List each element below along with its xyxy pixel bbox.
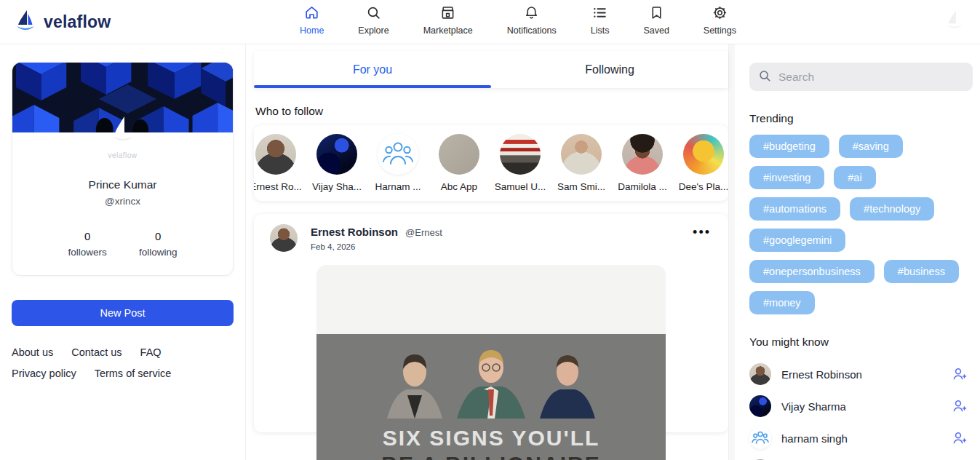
tag-googlegemini[interactable]: #googlegemini <box>749 229 845 252</box>
user-name: Harnam ... <box>375 181 421 192</box>
suggestion-row[interactable]: abc app <box>749 454 968 460</box>
tag-business[interactable]: #business <box>884 260 959 283</box>
nav-item-lists[interactable]: Lists <box>591 5 610 36</box>
nav-item-notifications[interactable]: Notifications <box>507 5 557 36</box>
suggestion-row[interactable]: Vijay Sharma <box>749 390 968 422</box>
user-name: Sam Smi... <box>557 181 605 192</box>
following-stat[interactable]: 0 following <box>139 230 178 258</box>
list-icon <box>592 5 607 23</box>
post-date: Feb 4, 2026 <box>311 242 442 251</box>
user-name: Ernest Robinson <box>781 368 862 381</box>
brand-logo[interactable]: velaflow <box>13 8 111 36</box>
user-name: Damilola ... <box>618 181 667 192</box>
profile-stats: 0 followers 0 following <box>12 230 233 258</box>
post-menu-ellipsis-icon[interactable]: ••• <box>691 224 712 240</box>
tab-following[interactable]: Following <box>491 51 728 88</box>
suggested-user[interactable]: Ernest Ro... <box>254 134 306 192</box>
you-might-know-title: You might know <box>749 336 973 349</box>
user-avatar <box>749 363 771 385</box>
user-name: Vijay Sha... <box>312 181 362 192</box>
profile-avatar[interactable] <box>103 111 143 151</box>
post-image[interactable]: SIX SIGNS YOU'LL BE A BILLIONAIRE <box>316 265 666 460</box>
nav-label: Notifications <box>507 25 557 36</box>
gear-icon <box>712 5 728 23</box>
storefront-icon <box>440 5 455 23</box>
left-sidebar: velaflow Prince Kumar @xrincx 0 follower… <box>0 44 246 460</box>
nav-item-home[interactable]: Home <box>300 5 324 36</box>
followers-stat[interactable]: 0 followers <box>68 230 107 258</box>
billionaires-illustration <box>371 344 611 419</box>
who-to-follow-title: Who to follow <box>255 105 728 118</box>
nav-item-saved[interactable]: Saved <box>643 5 669 36</box>
nav-item-settings[interactable]: Settings <box>704 5 736 36</box>
link-about-us[interactable]: About us <box>12 346 53 358</box>
feed-scrollbar[interactable] <box>728 44 735 460</box>
suggested-user[interactable]: Damilola ... <box>612 134 673 192</box>
user-avatar <box>749 395 771 417</box>
who-to-follow-carousel[interactable]: Ernest Ro... Vijay Sha... Har <box>254 125 728 201</box>
sailboat-logo-icon <box>13 8 38 36</box>
bookmark-icon <box>649 5 664 23</box>
user-name: Vijay Sharma <box>781 400 846 413</box>
add-person-icon[interactable] <box>952 367 968 381</box>
nav-item-marketplace[interactable]: Marketplace <box>423 5 473 36</box>
tag-ai[interactable]: #ai <box>834 166 875 189</box>
suggested-user[interactable]: Abc App <box>429 134 490 192</box>
meme-title-line2: BE A BILLIONAIRE <box>316 452 666 460</box>
group-people-icon <box>749 427 771 449</box>
nav-label: Marketplace <box>423 25 473 36</box>
profile-card[interactable]: velaflow Prince Kumar @xrincx 0 follower… <box>12 62 234 276</box>
post-image-blank-area <box>316 265 666 334</box>
tag-technology[interactable]: #technology <box>850 197 934 221</box>
home-icon <box>304 5 319 23</box>
search-box[interactable] <box>749 63 973 91</box>
post-image-meme: SIX SIGNS YOU'LL BE A BILLIONAIRE <box>316 334 666 460</box>
suggested-user[interactable]: Harnam ... <box>367 134 429 192</box>
post-author-avatar[interactable] <box>270 224 298 252</box>
user-name: Samuel U... <box>495 181 546 192</box>
link-terms-of-service[interactable]: Terms of service <box>95 368 172 379</box>
suggested-user[interactable]: Dee's Pla... <box>673 134 728 192</box>
suggested-user[interactable]: Samuel U... <box>490 134 551 192</box>
suggested-user[interactable]: Sam Smi... <box>551 134 612 192</box>
suggestion-row[interactable]: Ernest Robinson <box>749 358 968 390</box>
feed-tabs: For you Following <box>254 51 728 88</box>
tag-investing[interactable]: #investing <box>749 166 824 189</box>
post-author-handle: @Ernest <box>405 227 442 238</box>
main-nav: Home Explore Marketplace <box>300 5 736 36</box>
nav-label: Explore <box>358 25 389 36</box>
nav-label: Saved <box>643 25 669 36</box>
user-avatar <box>500 134 541 175</box>
nav-item-explore[interactable]: Explore <box>358 5 389 36</box>
group-people-icon <box>378 134 418 175</box>
user-name: Ernest Ro... <box>254 181 302 192</box>
add-person-icon[interactable] <box>952 399 968 413</box>
link-privacy-policy[interactable]: Privacy policy <box>12 368 76 379</box>
user-avatar <box>439 134 479 175</box>
tag-money[interactable]: #money <box>749 291 815 314</box>
nav-label: Lists <box>591 25 610 36</box>
search-icon <box>758 69 771 85</box>
post-author-name[interactable]: Ernest Robinson <box>311 226 398 238</box>
you-might-know-list: Ernest Robinson Vijay Sharma <box>749 358 968 460</box>
link-contact-us[interactable]: Contact us <box>71 346 121 358</box>
search-input[interactable] <box>778 71 964 84</box>
followers-count: 0 <box>68 230 107 242</box>
suggestion-row[interactable]: harnam singh <box>749 422 968 454</box>
search-icon <box>366 5 381 23</box>
user-avatar <box>683 134 724 175</box>
user-name: Abc App <box>441 181 477 192</box>
tag-saving[interactable]: #saving <box>839 135 903 158</box>
tag-budgeting[interactable]: #budgeting <box>749 135 829 158</box>
tag-onepersonbusiness[interactable]: #onepersonbusiness <box>749 260 875 283</box>
suggested-user[interactable]: Vijay Sha... <box>306 134 367 192</box>
user-avatar <box>255 134 296 175</box>
trending-tags: #budgeting #saving #investing #ai #autom… <box>749 135 973 314</box>
footer-links: About us Contact us FAQ Privacy policy T… <box>12 346 234 379</box>
tab-for-you[interactable]: For you <box>254 51 491 88</box>
ghost-logo-icon <box>944 9 965 33</box>
add-person-icon[interactable] <box>952 431 968 445</box>
tag-automations[interactable]: #automations <box>749 197 840 221</box>
new-post-button[interactable]: New Post <box>12 300 234 326</box>
link-faq[interactable]: FAQ <box>140 346 162 358</box>
